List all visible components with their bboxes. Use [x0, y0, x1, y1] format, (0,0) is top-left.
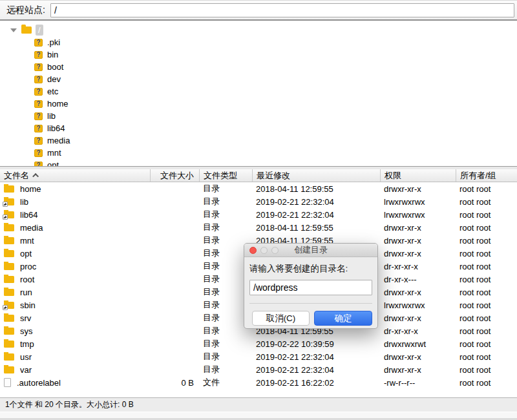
- tree-item[interactable]: ? dev: [0, 73, 517, 85]
- file-name: sys: [20, 326, 33, 336]
- table-row[interactable]: .autorelabel 0 B 文件 2019-02-21 16:22:02 …: [0, 376, 517, 389]
- file-owner: root root: [456, 210, 517, 220]
- tree-item[interactable]: ? home: [0, 98, 517, 110]
- tree-item-root[interactable]: /: [0, 24, 517, 36]
- column-header-modified[interactable]: 最近修改: [252, 169, 380, 182]
- unknown-folder-icon: ?: [34, 112, 43, 120]
- file-owner: root root: [456, 339, 517, 349]
- tree-item-label: etc: [47, 87, 58, 96]
- folder-icon: [4, 237, 14, 244]
- file-modified: 2019-02-21 22:32:04: [252, 352, 380, 362]
- sort-ascending-icon: [32, 173, 39, 180]
- file-modified: 2019-02-21 22:32:04: [252, 365, 380, 375]
- tree-item-label: mnt: [47, 148, 61, 158]
- file-permissions: drwxr-xr-x: [380, 236, 456, 246]
- file-permissions: drwxrwxrwt: [380, 339, 456, 349]
- tree-item[interactable]: ? .pki: [0, 36, 517, 48]
- tree-item[interactable]: ? lib: [0, 110, 517, 122]
- file-name: opt: [20, 249, 32, 258]
- symlink-arrow-icon: [3, 202, 8, 207]
- file-owner: root root: [456, 275, 517, 284]
- file-modified: 2019-02-22 10:39:59: [252, 339, 380, 349]
- dialog-titlebar[interactable]: 创建目录: [244, 244, 377, 257]
- column-header-filename[interactable]: 文件名: [0, 169, 150, 182]
- file-owner: root root: [456, 300, 517, 310]
- unknown-folder-icon: ?: [34, 76, 43, 83]
- file-owner: root root: [456, 262, 517, 271]
- file-modified: 2019-02-21 22:32:04: [252, 197, 380, 207]
- table-row[interactable]: lib64 目录 2019-02-21 22:32:04 lrwxrwxrwx …: [0, 208, 517, 221]
- file-name: sbin: [20, 300, 36, 310]
- tree-item-label: bin: [47, 50, 58, 59]
- symlink-folder-icon: [4, 211, 14, 218]
- file-type: 目录: [199, 364, 252, 375]
- file-owner: root root: [456, 378, 517, 388]
- file-owner: root root: [456, 249, 517, 258]
- tree-item-label: lib64: [47, 123, 65, 133]
- symlink-arrow-icon: [3, 305, 8, 310]
- tree-item-label: dev: [47, 74, 61, 84]
- cancel-button[interactable]: 取消(C): [252, 311, 310, 326]
- symlink-folder-icon: [4, 302, 14, 309]
- unknown-folder-icon: ?: [34, 137, 43, 145]
- ok-button[interactable]: 确定: [314, 311, 372, 326]
- remote-site-bar: 远程站点:: [0, 0, 517, 21]
- file-owner: root root: [456, 313, 517, 323]
- tree-item-label: media: [47, 136, 70, 145]
- file-modified: 2019-02-21 16:22:02: [252, 378, 380, 388]
- folder-icon: [4, 250, 14, 257]
- file-permissions: drwxr-xr-x: [380, 184, 456, 194]
- tree-item[interactable]: ? bin: [0, 48, 517, 61]
- file-name: media: [20, 223, 43, 233]
- column-header-filetype[interactable]: 文件类型: [199, 169, 252, 182]
- unknown-folder-icon: ?: [34, 100, 43, 108]
- file-name: proc: [20, 262, 36, 271]
- table-row[interactable]: usr 目录 2019-02-21 22:32:04 drwxr-xr-x ro…: [0, 350, 517, 363]
- column-header-owner-group[interactable]: 所有者/组: [456, 169, 517, 182]
- file-type: 文件: [199, 377, 252, 388]
- table-row[interactable]: var 目录 2019-02-21 22:32:04 drwxr-xr-x ro…: [0, 363, 517, 376]
- file-owner: root root: [456, 365, 517, 375]
- tree-item[interactable]: ? lib64: [0, 122, 517, 134]
- tree-item[interactable]: ? mnt: [0, 147, 517, 159]
- file-permissions: dr-xr-x---: [380, 275, 456, 284]
- table-row[interactable]: media 目录 2018-04-11 12:59:55 drwxr-xr-x …: [0, 221, 517, 234]
- column-header-permissions[interactable]: 权限: [380, 169, 456, 182]
- folder-icon: [4, 315, 14, 322]
- unknown-folder-icon: ?: [34, 39, 43, 47]
- file-permissions: drwxr-xr-x: [380, 288, 456, 297]
- unknown-folder-icon: ?: [34, 63, 43, 71]
- tree-item[interactable]: ? boot: [0, 61, 517, 73]
- directory-name-input[interactable]: [249, 280, 372, 295]
- tree-item[interactable]: ? media: [0, 134, 517, 147]
- table-row[interactable]: tmp 目录 2019-02-22 10:39:59 drwxrwxrwt ro…: [0, 337, 517, 350]
- symlink-folder-icon: [4, 198, 14, 205]
- chevron-down-icon[interactable]: [10, 28, 17, 32]
- tree-item[interactable]: ? opt: [0, 159, 517, 167]
- table-row[interactable]: home 目录 2018-04-11 12:59:55 drwxr-xr-x r…: [0, 182, 517, 195]
- file-name: lib64: [20, 210, 37, 220]
- table-row[interactable]: lib 目录 2019-02-21 22:32:04 lrwxrwxrwx ro…: [0, 195, 517, 208]
- file-type: 目录: [199, 183, 252, 194]
- file-permissions: lrwxrwxrwx: [380, 300, 456, 310]
- file-owner: root root: [456, 223, 517, 233]
- file-modified: 2019-02-21 22:32:04: [252, 210, 380, 220]
- tree-item[interactable]: ? etc: [0, 85, 517, 98]
- remote-path-input[interactable]: [50, 3, 514, 17]
- column-header-filesize[interactable]: 文件大小: [150, 169, 199, 182]
- file-modified: 2018-04-11 12:59:55: [252, 223, 380, 233]
- folder-icon: [4, 289, 14, 296]
- file-permissions: dr-xr-xr-x: [380, 326, 456, 336]
- file-list-header: 文件名 文件大小 文件类型 最近修改 权限 所有者/组: [0, 169, 517, 182]
- file-permissions: lrwxrwxrwx: [380, 210, 456, 220]
- close-icon[interactable]: [249, 247, 257, 254]
- remote-directory-tree: / ? .pki ? bin ? boot ? dev ? etc ? home…: [0, 21, 517, 167]
- file-permissions: drwxr-xr-x: [380, 352, 456, 362]
- file-owner: root root: [456, 184, 517, 194]
- folder-icon: [4, 328, 14, 335]
- unknown-folder-icon: ?: [34, 162, 43, 167]
- folder-icon: [4, 353, 14, 361]
- file-type: 目录: [199, 196, 252, 207]
- file-permissions: drwxr-xr-x: [380, 223, 456, 233]
- file-name: usr: [20, 352, 32, 362]
